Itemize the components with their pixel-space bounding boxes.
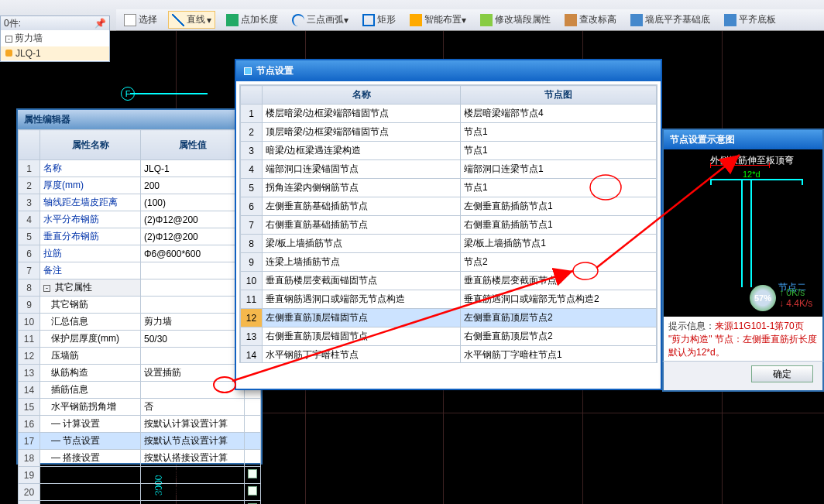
property-value[interactable] — [141, 382, 245, 399]
property-extra[interactable] — [245, 416, 261, 433]
node-diagram-cell[interactable]: 左侧垂直筋插筋节点1 — [461, 197, 657, 216]
dialog-title-bar[interactable]: 节点设置 — [236, 60, 661, 81]
property-value[interactable]: 按默认搭接设置计算 — [141, 450, 245, 467]
node-row[interactable]: 5拐角连梁内侧钢筋节点节点1 — [241, 179, 657, 197]
node-name-cell[interactable]: 楼层暗梁/边框梁端部锚固节点 — [263, 105, 461, 123]
property-row[interactable]: 20终点顶标高(m)层顶标高 — [19, 484, 261, 501]
property-extra[interactable] — [245, 467, 261, 484]
node-diagram-cell[interactable]: 梁/板上墙插筋节点1 — [461, 235, 657, 253]
node-diagram-cell[interactable]: 楼层暗梁端部节点4 — [461, 105, 657, 123]
checkbox[interactable] — [248, 469, 257, 478]
property-row[interactable]: 8- 其它属性 — [19, 279, 261, 297]
property-row[interactable]: 17— 节点设置按默认节点设置计算 — [19, 433, 261, 450]
property-value[interactable]: (2)Φ12@200 — [141, 211, 245, 228]
property-value[interactable]: 200 — [141, 177, 245, 194]
node-diagram-cell[interactable]: 右侧垂直筋插筋节点1 — [461, 216, 657, 235]
node-row[interactable]: 13右侧垂直筋顶层锚固节点右侧垂直筋顶层节点2 — [241, 327, 657, 346]
align-base-tool[interactable]: 平齐底板 — [721, 12, 779, 28]
property-row[interactable]: 9其它钢筋 — [19, 297, 261, 314]
property-row[interactable]: 14插筋信息 — [19, 382, 261, 399]
property-row[interactable]: 15水平钢筋拐角增否 — [19, 399, 261, 416]
node-row[interactable]: 12左侧垂直筋顶层锚固节点左侧垂直筋顶层节点2 — [241, 309, 657, 327]
rect-tool[interactable]: 矩形 — [359, 12, 399, 28]
property-extra[interactable] — [245, 433, 261, 450]
node-diagram-cell[interactable]: 水平钢筋丁字暗柱节点1 — [461, 346, 657, 364]
node-row[interactable]: 10垂直筋楼层变截面锚固节点垂直筋楼层变截面节点3 — [241, 272, 657, 290]
property-value[interactable]: 设置插筋 — [141, 365, 245, 382]
property-row[interactable]: 2厚度(mm)200 — [19, 177, 261, 194]
node-diagram-cell[interactable]: 节点1 — [461, 142, 657, 160]
checkbox[interactable] — [248, 486, 257, 495]
ok-button[interactable]: 确定 — [751, 365, 813, 382]
property-row[interactable]: 4水平分布钢筋(2)Φ12@200 — [19, 211, 261, 228]
property-value[interactable]: 50/30 — [141, 331, 245, 348]
property-extra[interactable] — [245, 450, 261, 467]
node-name-cell[interactable]: 连梁上墙插筋节点 — [263, 253, 461, 272]
node-row[interactable]: 11垂直钢筋遇洞口或端部无节点构造垂直筋遇洞口或端部无节点构造2 — [241, 290, 657, 309]
property-extra[interactable] — [245, 399, 261, 416]
property-row[interactable]: 18— 搭接设置按默认搭接设置计算 — [19, 450, 261, 467]
node-name-cell[interactable]: 端部洞口连梁锚固节点 — [263, 160, 461, 179]
property-value[interactable] — [141, 279, 245, 297]
property-row[interactable]: 21起点底标高(m)层底标高 — [19, 501, 261, 505]
modify-wall-tool[interactable]: 修改墙段属性 — [477, 12, 554, 28]
property-value[interactable] — [141, 348, 245, 365]
tree-item-jlq1[interactable]: JLQ-1 — [1, 46, 109, 60]
node-diagram-cell[interactable]: 节点1 — [461, 123, 657, 142]
property-extra[interactable] — [245, 501, 261, 505]
property-row[interactable]: 6拉筋Φ6@600*600 — [19, 245, 261, 262]
property-row[interactable]: 19起点顶标高(m)层顶标高 — [19, 467, 261, 484]
property-value[interactable] — [141, 262, 245, 279]
property-row[interactable]: 13纵筋构造设置插筋 — [19, 365, 261, 382]
node-name-cell[interactable]: 垂直钢筋遇洞口或端部无节点构造 — [263, 290, 461, 309]
node-diagram-cell[interactable]: 垂直筋楼层变截面节点3 — [461, 272, 657, 290]
node-diagram-cell[interactable]: 右侧垂直筋顶层节点2 — [461, 327, 657, 346]
node-diagram-cell[interactable]: 节点2 — [461, 253, 657, 272]
property-extra[interactable] — [245, 484, 261, 501]
collapse-icon[interactable]: - — [5, 36, 12, 43]
property-row[interactable]: 5垂直分布钢筋(2)Φ12@200 — [19, 228, 261, 245]
node-diagram-cell[interactable]: 左侧垂直筋顶层节点2 — [461, 309, 657, 327]
node-row[interactable]: 3暗梁/边框梁遇连梁构造节点1 — [241, 142, 657, 160]
node-row[interactable]: 14水平钢筋丁字暗柱节点水平钢筋丁字暗柱节点1 — [241, 346, 657, 364]
node-name-cell[interactable]: 拐角连梁内侧钢筋节点 — [263, 179, 461, 197]
node-row[interactable]: 2顶层暗梁/边框梁端部锚固节点节点1 — [241, 123, 657, 142]
property-value[interactable]: 否 — [141, 399, 245, 416]
node-name-cell[interactable]: 梁/板上墙插筋节点 — [263, 235, 461, 253]
property-value[interactable]: 层顶标高 — [141, 484, 245, 501]
property-row[interactable]: 3轴线距左墙皮距离(100) — [19, 194, 261, 211]
node-name-cell[interactable]: 左侧垂直筋顶层锚固节点 — [263, 309, 461, 327]
node-name-cell[interactable]: 左侧垂直筋基础插筋节点 — [263, 197, 461, 216]
property-row[interactable]: 10汇总信息剪力墙 — [19, 314, 261, 331]
node-name-cell[interactable]: 右侧垂直筋基础插筋节点 — [263, 216, 461, 235]
property-value[interactable]: 层顶标高 — [141, 467, 245, 484]
property-row[interactable]: 1名称JLQ-1 — [19, 160, 261, 177]
node-row[interactable]: 6左侧垂直筋基础插筋节点左侧垂直筋插筋节点1 — [241, 197, 657, 216]
node-row[interactable]: 4端部洞口连梁锚固节点端部洞口连梁节点1 — [241, 160, 657, 179]
property-value[interactable] — [141, 297, 245, 314]
node-row[interactable]: 7右侧垂直筋基础插筋节点右侧垂直筋插筋节点1 — [241, 216, 657, 235]
node-row[interactable]: 1楼层暗梁/边框梁端部锚固节点楼层暗梁端部节点4 — [241, 105, 657, 123]
property-row[interactable]: 11保护层厚度(mm)50/30 — [19, 331, 261, 348]
property-value[interactable]: (100) — [141, 194, 245, 211]
three-point-arc-tool[interactable]: 三点画弧▾ — [289, 12, 352, 28]
node-name-cell[interactable]: 顶层暗梁/边框梁端部锚固节点 — [263, 123, 461, 142]
property-row[interactable]: 7备注 — [19, 262, 261, 279]
property-value[interactable]: Φ6@600*600 — [141, 245, 245, 262]
property-value[interactable]: JLQ-1 — [141, 160, 245, 177]
check-elevation-tool[interactable]: 查改标高 — [561, 12, 620, 28]
tree-root[interactable]: -剪力墙 — [1, 30, 109, 46]
select-tool[interactable]: 选择 — [121, 12, 160, 28]
node-row[interactable]: 9连梁上墙插筋节点节点2 — [241, 253, 657, 272]
pin-icon[interactable]: 📌 — [94, 18, 106, 29]
node-diagram-cell[interactable]: 节点1 — [461, 179, 657, 197]
node-row[interactable]: 8梁/板上墙插筋节点梁/板上墙插筋节点1 — [241, 235, 657, 253]
property-value[interactable]: 剪力墙 — [141, 314, 245, 331]
property-row[interactable]: 16— 计算设置按默认计算设置计算 — [19, 416, 261, 433]
smart-layout-tool[interactable]: 智能布置▾ — [407, 12, 469, 28]
property-value[interactable]: (2)Φ12@200 — [141, 228, 245, 245]
node-name-cell[interactable]: 垂直筋楼层变截面锚固节点 — [263, 272, 461, 290]
property-value[interactable]: 按默认计算设置计算 — [141, 416, 245, 433]
dialog-table-scroll[interactable]: 名称 节点图 1楼层暗梁/边框梁端部锚固节点楼层暗梁端部节点42顶层暗梁/边框梁… — [239, 84, 657, 363]
node-diagram-cell[interactable]: 垂直筋遇洞口或端部无节点构造2 — [461, 290, 657, 309]
